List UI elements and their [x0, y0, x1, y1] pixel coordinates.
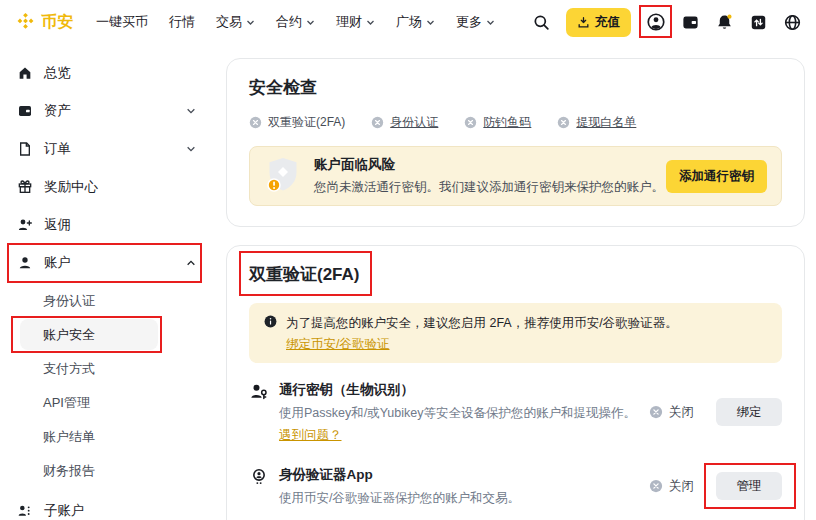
- sidebar-item-assets[interactable]: 资产: [0, 92, 226, 130]
- sidebar-item-orders[interactable]: 订单: [0, 130, 226, 168]
- chevron-down-icon: [186, 106, 196, 116]
- two-fa-title: 双重验证(2FA): [249, 265, 360, 284]
- chevron-up-icon: [186, 258, 196, 268]
- orders-icon: [17, 141, 33, 157]
- security-check-card: 安全检查 双重验证(2FA) 身份认证 防钓鱼码 提现白名单: [226, 58, 805, 227]
- passkey-status: 关闭: [649, 404, 694, 421]
- checklist-antiphishing[interactable]: 防钓鱼码: [464, 114, 531, 131]
- two-fa-card: 双重验证(2FA) 为了提高您的账户安全，建议您启用 2FA，推荐使用币安/谷歌…: [226, 245, 805, 520]
- risk-banner-title: 账户面临风险: [314, 156, 666, 174]
- passkey-description: 使用Passkey和/或Yubikey等安全设备保护您的账户和提现操作。: [279, 405, 639, 422]
- checklist-withdrawal-whitelist[interactable]: 提现白名单: [557, 114, 636, 131]
- sidebar-item-account-security[interactable]: 账户安全: [20, 319, 158, 350]
- shield-warning-icon: [264, 156, 302, 196]
- account-icon: [17, 255, 33, 271]
- security-checklist: 双重验证(2FA) 身份认证 防钓鱼码 提现白名单: [249, 114, 782, 131]
- desktop-transfer-icon[interactable]: [749, 13, 768, 32]
- nav-earn[interactable]: 理财: [336, 13, 375, 31]
- passkey-icon: [249, 382, 269, 402]
- sidebar-item-overview[interactable]: 总览: [0, 54, 226, 92]
- sidebar-item-payment[interactable]: 支付方式: [20, 353, 158, 384]
- circle-x-icon: [371, 116, 384, 129]
- sidebar-item-referral[interactable]: 返佣: [0, 206, 226, 244]
- globe-icon[interactable]: [783, 13, 802, 32]
- info-icon: [263, 314, 278, 329]
- sidebar-item-statements[interactable]: 账户结单: [20, 421, 158, 452]
- passkey-row: 通行密钥（生物识别） 使用Passkey和/或Yubikey等安全设备保护您的账…: [249, 381, 782, 444]
- sidebar-item-api[interactable]: API管理: [20, 387, 158, 418]
- nav-more[interactable]: 更多: [456, 13, 495, 31]
- circle-x-icon: [464, 116, 477, 129]
- authenticator-icon: [249, 467, 269, 487]
- sidebar-item-financial-reports[interactable]: 财务报告: [20, 455, 158, 486]
- checklist-2fa[interactable]: 双重验证(2FA): [249, 114, 345, 131]
- binance-diamond-icon: [16, 11, 35, 34]
- authenticator-title: 身份验证器App: [279, 466, 639, 484]
- top-navbar: 币安 一键买币 行情 交易 合约 理财 广场 更多 充值: [0, 0, 816, 44]
- annotation-box-account: [7, 243, 202, 283]
- checklist-identity[interactable]: 身份认证: [371, 114, 438, 131]
- risk-banner: 账户面临风险 您尚未激活通行密钥。我们建议添加通行密钥来保护您的账户。 添加通行…: [249, 146, 782, 206]
- profile-icon[interactable]: [646, 12, 666, 32]
- nav-futures[interactable]: 合约: [276, 13, 315, 31]
- sidebar-item-account[interactable]: 账户: [0, 244, 226, 282]
- bell-icon[interactable]: [715, 13, 734, 32]
- nav-square[interactable]: 广场: [396, 13, 435, 31]
- home-icon: [17, 65, 33, 81]
- two-fa-tip: 为了提高您的账户安全，建议您启用 2FA，推荐使用币安/谷歌验证器。 绑定币安/…: [249, 303, 782, 363]
- passkey-help-link[interactable]: 遇到问题？: [279, 427, 342, 444]
- nav-buy-crypto[interactable]: 一键买币: [96, 13, 148, 31]
- nav-markets[interactable]: 行情: [169, 13, 195, 31]
- add-passkey-button[interactable]: 添加通行密钥: [666, 160, 767, 193]
- sidebar-item-identification[interactable]: 身份认证: [20, 285, 158, 316]
- chevron-down-icon: [246, 18, 255, 27]
- subaccount-icon: [17, 503, 33, 519]
- wallet-icon[interactable]: [681, 13, 700, 32]
- risk-banner-description: 您尚未激活通行密钥。我们建议添加通行密钥来保护您的账户。: [314, 179, 666, 196]
- sidebar: 总览 资产 订单 奖励中心 返佣 账户 身份认证: [0, 44, 226, 520]
- chevron-down-icon: [366, 18, 375, 27]
- sidebar-item-rewards-hub[interactable]: 奖励中心: [0, 168, 226, 206]
- bind-authenticator-link[interactable]: 绑定币安/谷歌验证: [286, 336, 389, 353]
- circle-x-icon: [649, 479, 663, 493]
- circle-x-icon: [249, 116, 262, 129]
- authenticator-status: 关闭: [649, 478, 694, 495]
- authenticator-manage-button[interactable]: 管理: [716, 472, 782, 500]
- rewards-icon: [17, 179, 33, 195]
- binance-logo[interactable]: 币安: [16, 11, 74, 34]
- circle-x-icon: [649, 405, 663, 419]
- two-fa-tip-text: 为了提高您的账户安全，建议您启用 2FA，推荐使用币安/谷歌验证器。: [286, 316, 678, 330]
- assets-icon: [17, 103, 33, 119]
- two-fa-list: 通行密钥（生物识别） 使用Passkey和/或Yubikey等安全设备保护您的账…: [249, 381, 782, 520]
- referral-icon: [17, 217, 33, 233]
- chevron-down-icon: [486, 18, 495, 27]
- authenticator-row: 身份验证器App 使用币安/谷歌验证器保护您的账户和交易。 关闭 管理: [249, 466, 782, 507]
- sidebar-item-subaccounts[interactable]: 子账户: [0, 492, 226, 520]
- security-check-title: 安全检查: [249, 76, 782, 99]
- logo-text: 币安: [41, 12, 74, 33]
- chevron-down-icon: [186, 144, 196, 154]
- nav-trade[interactable]: 交易: [216, 13, 255, 31]
- deposit-button[interactable]: 充值: [566, 8, 631, 37]
- passkey-bind-button[interactable]: 绑定: [716, 398, 782, 426]
- chevron-down-icon: [426, 18, 435, 27]
- passkey-title: 通行密钥（生物识别）: [279, 381, 639, 399]
- search-icon[interactable]: [532, 13, 551, 32]
- circle-x-icon: [557, 116, 570, 129]
- main-nav: 一键买币 行情 交易 合约 理财 广场 更多: [96, 13, 495, 31]
- authenticator-description: 使用币安/谷歌验证器保护您的账户和交易。: [279, 490, 639, 507]
- download-icon: [577, 16, 590, 29]
- chevron-down-icon: [306, 18, 315, 27]
